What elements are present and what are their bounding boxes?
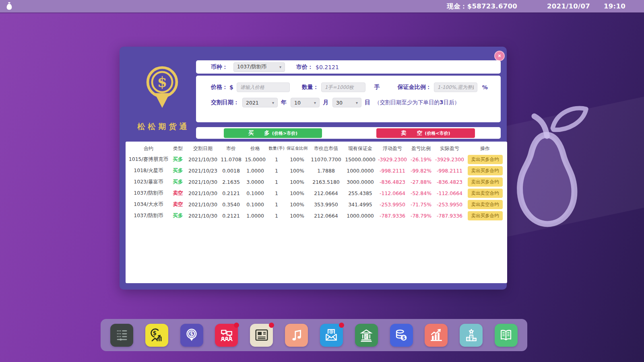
month-value: 10	[294, 100, 301, 106]
sell-contract-button[interactable]: 卖出买多合约	[468, 155, 503, 164]
margin-unit: %	[482, 84, 488, 90]
dock-icon-server[interactable]	[110, 324, 133, 347]
cell: 2021/10/30	[186, 179, 219, 185]
cell: 212.0664	[309, 190, 343, 196]
sell-contract-button[interactable]: 卖出买多合约	[468, 177, 503, 187]
cell: 0.3540	[219, 202, 243, 208]
margin-ratio-input[interactable]	[434, 82, 477, 92]
sell-contract-button[interactable]: 卖出买多合约	[468, 166, 503, 175]
contracts-table: 合约类型交割日期市价价格数量(手)保证金比例市价总市值现有保证金浮动盈亏盈亏比例…	[126, 142, 507, 283]
chevron-down-icon: ▾	[279, 65, 281, 69]
year-select[interactable]: 2021 ▾	[242, 98, 278, 107]
cell: 100%	[285, 156, 309, 162]
action-cell: 卖出买多合约	[465, 155, 505, 164]
dock-icon-book[interactable]	[495, 324, 518, 347]
cell: 0.1000	[243, 202, 268, 208]
svg-text:1: 1	[470, 335, 472, 339]
cell: 1	[268, 190, 285, 196]
cell: 212.0664	[309, 213, 343, 219]
table-row: 1037/防割币卖空2021/10/300.21210.10001100%212…	[128, 187, 505, 199]
sell-short-button[interactable]: 卖 空 (价格<市价)	[376, 128, 475, 138]
dock-icon-news[interactable]	[250, 324, 273, 347]
sell-contract-button[interactable]: 卖出卖空合约	[468, 189, 503, 198]
currency-select[interactable]: 1037/防割币 ▾	[233, 62, 285, 72]
dock-icon-market[interactable]	[425, 324, 448, 347]
cell: -787.9336	[434, 213, 465, 219]
cell: 100%	[285, 213, 309, 219]
cell: 100%	[285, 202, 309, 208]
year-unit: 年	[281, 99, 287, 106]
buy-long-button[interactable]: 买 多 (价格>市价)	[224, 128, 322, 138]
cell: 1037/防割币	[128, 212, 169, 219]
app-logo: $ 松松期货通	[128, 64, 196, 132]
contracts-table-body: 1015/赛博朋克币买多2021/10/3011.070815.00001100…	[128, 154, 505, 221]
currency-label: 币种：	[211, 64, 228, 71]
cell: 11.0708	[219, 156, 243, 162]
cell: 0.2121	[219, 213, 243, 219]
market-price-label: 市价：	[296, 64, 313, 71]
svg-text:3: 3	[473, 338, 475, 341]
cell: 1034/大水币	[128, 201, 169, 208]
column-header: 合约	[128, 145, 169, 152]
pear-watermark-icon	[500, 88, 608, 237]
column-header: 类型	[169, 145, 186, 152]
notification-badge	[234, 323, 239, 328]
cell: -26.19%	[408, 156, 434, 162]
sell-contract-button[interactable]: 卖出买多合约	[468, 211, 503, 220]
futures-app-window: × $ 松松期货通 币种： 1037/防割币 ▾ 市价： $0.2121 价格：…	[120, 47, 507, 290]
svg-text:$: $	[153, 330, 157, 336]
notification-badge	[339, 323, 344, 328]
quantity-unit: 手	[374, 84, 380, 91]
column-header: 交割日期	[186, 145, 219, 152]
column-header: 浮动盈亏	[377, 145, 408, 152]
month-select[interactable]: 10 ▾	[291, 98, 320, 107]
chevron-down-icon: ▾	[272, 101, 274, 105]
price-input[interactable]	[237, 82, 290, 92]
day-select[interactable]: 30 ▾	[332, 98, 361, 107]
currency-selected-value: 1037/防割币	[237, 64, 267, 70]
table-row: 1015/赛博朋克币买多2021/10/3011.070815.00001100…	[128, 154, 505, 165]
cell: 2021/10/30	[186, 156, 219, 162]
cell: -71.75%	[408, 202, 434, 208]
action-cell: 卖出卖空合约	[465, 189, 505, 198]
cell: 1	[268, 156, 285, 162]
dock-icon-coins[interactable]: $	[390, 324, 413, 347]
close-button[interactable]: ×	[494, 51, 505, 61]
dock-icon-mail[interactable]: @	[320, 324, 343, 347]
cell: 1	[268, 179, 285, 185]
quantity-input[interactable]	[321, 82, 365, 92]
chevron-down-icon: ▾	[314, 101, 316, 105]
action-cell: 卖出买多合约	[465, 177, 505, 187]
column-header: 市价总市值	[309, 145, 343, 152]
cell: 15000.0000	[343, 156, 377, 162]
dock-icon-pin[interactable]: $	[180, 324, 203, 347]
cell: 341.4995	[343, 202, 377, 208]
currency-panel: 币种： 1037/防割币 ▾ 市价： $0.2121	[196, 60, 501, 74]
dock-icon-music[interactable]	[285, 324, 308, 347]
cell: -78.79%	[408, 213, 434, 219]
dock-icon-chat[interactable]	[215, 324, 238, 347]
cell: 卖空	[169, 190, 186, 197]
close-icon: ×	[498, 53, 501, 59]
column-header: 实际盈亏	[434, 145, 465, 152]
cell: 1.7888	[309, 168, 343, 174]
dock-icon-ranking[interactable]: 213	[460, 324, 483, 347]
action-cell: 卖出买多合约	[465, 166, 505, 175]
cash-label: 现金：	[447, 2, 467, 11]
sell-contract-button[interactable]: 卖出卖空合约	[468, 200, 503, 209]
cell: 1015/赛博朋克币	[128, 156, 169, 163]
cell: 2021/10/30	[186, 213, 219, 219]
order-form-panel: 价格： $ 数量： 手 保证金比例： % 交割日期： 2021 ▾ 年 10 ▾…	[196, 76, 501, 122]
delivery-date-hint: （交割日期至少为下单日的3日后）	[374, 99, 460, 106]
dock-icon-bank[interactable]: $	[355, 324, 378, 347]
column-header: 市价	[219, 145, 243, 152]
cell: 1000.0000	[343, 168, 377, 174]
cell: 11070.7700	[309, 156, 343, 162]
cell: -27.88%	[408, 179, 434, 185]
dock-icon-finance[interactable]: $	[145, 324, 168, 347]
delivery-date-label: 交割日期：	[211, 99, 239, 106]
day-unit: 日	[365, 99, 370, 106]
app-title: 松松期货通	[131, 121, 196, 132]
column-header: 价格	[243, 145, 268, 152]
quantity-label: 数量：	[302, 84, 319, 91]
